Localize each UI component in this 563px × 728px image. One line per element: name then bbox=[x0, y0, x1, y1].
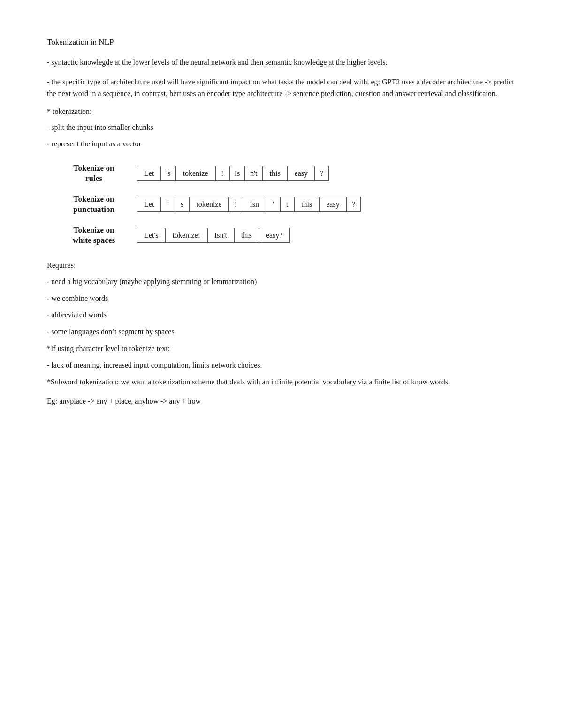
requires-item-4: *If using character level to tokenize te… bbox=[47, 343, 516, 355]
token-box: ? bbox=[315, 166, 329, 181]
token-box: easy bbox=[288, 166, 315, 181]
token-box: Let bbox=[137, 166, 161, 181]
paragraph-1: - syntactic knowlegde at the lower level… bbox=[47, 56, 516, 68]
page-content: Tokenization in NLP - syntactic knowlegd… bbox=[47, 38, 516, 407]
token-box: ' bbox=[266, 197, 280, 212]
diagram-row-punctuation: Tokenize onpunctuation Let ' s tokenize … bbox=[56, 194, 516, 215]
bullet-represent: - represent the input as a vector bbox=[47, 138, 516, 150]
token-box: tokenize bbox=[189, 197, 228, 212]
token-box: easy bbox=[319, 197, 346, 212]
section-header-tokenization: * tokenization: bbox=[47, 107, 516, 116]
requires-item-5: - lack of meaning, increased input compu… bbox=[47, 359, 516, 371]
token-box: this bbox=[234, 228, 259, 243]
token-box: 's bbox=[161, 166, 175, 181]
token-box: this bbox=[294, 197, 319, 212]
requires-item-6: *Subword tokenization: we want a tokeniz… bbox=[47, 376, 516, 388]
page-title: Tokenization in NLP bbox=[47, 38, 516, 47]
token-boxes-rules: Let 's tokenize ! Is n't this easy ? bbox=[137, 166, 329, 181]
token-box: Is bbox=[229, 166, 245, 181]
diagram-label-punctuation: Tokenize onpunctuation bbox=[56, 194, 131, 215]
requires-item-3: - some languages don’t segment by spaces bbox=[47, 326, 516, 338]
token-box: n't bbox=[245, 166, 262, 181]
diagram-row-whitespace: Tokenize onwhite spaces Let's tokenize! … bbox=[56, 225, 516, 246]
token-box: ? bbox=[347, 197, 361, 212]
token-boxes-punctuation: Let ' s tokenize ! Isn ' t this easy ? bbox=[137, 197, 361, 212]
token-box: this bbox=[263, 166, 288, 181]
diagram-row-rules: Tokenize onrules Let 's tokenize ! Is n'… bbox=[56, 163, 516, 184]
bullet-split: - split the input into smaller chunks bbox=[47, 121, 516, 134]
token-box: t bbox=[280, 197, 294, 212]
requires-header: Requires: bbox=[47, 259, 516, 271]
token-box: Let bbox=[137, 197, 161, 212]
requires-item-2: - abbreviated words bbox=[47, 309, 516, 321]
token-box: s bbox=[175, 197, 189, 212]
diagram-label-rules: Tokenize onrules bbox=[56, 163, 131, 184]
token-boxes-whitespace: Let's tokenize! Isn't this easy? bbox=[137, 228, 290, 243]
token-box: ! bbox=[229, 197, 243, 212]
token-box: ' bbox=[161, 197, 175, 212]
token-box: ! bbox=[215, 166, 229, 181]
token-box: Isn't bbox=[207, 228, 234, 243]
requires-item-1: - we combine words bbox=[47, 293, 516, 305]
requires-item-7: Eg: anyplace -> any + place, anyhow -> a… bbox=[47, 395, 516, 407]
token-box: Let's bbox=[137, 228, 165, 243]
token-box: tokenize! bbox=[165, 228, 207, 243]
requires-item-0: - need a big vocabulary (maybe applying … bbox=[47, 276, 516, 288]
token-box: Isn bbox=[243, 197, 266, 212]
diagram-section: Tokenize onrules Let 's tokenize ! Is n'… bbox=[56, 163, 516, 246]
token-box: tokenize bbox=[175, 166, 215, 181]
requires-section: Requires: - need a big vocabulary (maybe… bbox=[47, 259, 516, 407]
paragraph-2: - the specific type of architechture use… bbox=[47, 76, 516, 100]
token-box: easy? bbox=[259, 228, 290, 243]
diagram-label-whitespace: Tokenize onwhite spaces bbox=[56, 225, 131, 246]
